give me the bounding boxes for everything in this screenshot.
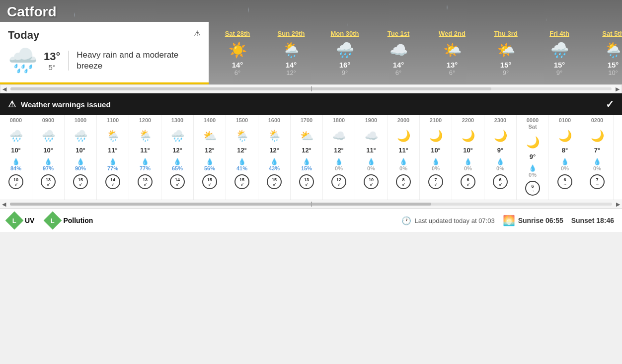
today-label: Today	[8, 29, 39, 42]
hour-rain: 💧 0%	[367, 158, 375, 171]
hour-icon: 🌙	[526, 135, 540, 150]
hour-temp: 9°	[497, 146, 503, 154]
hour-wind: 15 ↙	[267, 174, 282, 189]
hour-column: 0200 🌙 7° 💧 0% 7 →	[581, 115, 614, 200]
hour-rain-pct: 41%	[236, 165, 247, 171]
hour-column: 1000 🌧️ 10° 💧 90% 15 ↙	[65, 115, 97, 200]
hour-rain: 💧 0%	[464, 158, 472, 171]
hour-rain-pct: 56%	[204, 165, 215, 171]
hour-column: 0100 🌙 8° 💧 0% 6 →	[549, 115, 581, 200]
hour-time: 1400	[204, 115, 216, 127]
warning-banner[interactable]: ⚠ Weather warnings issued ✓	[0, 93, 622, 115]
hour-icon: 🌧️	[9, 129, 23, 144]
hour-rain: 💧 0%	[496, 158, 504, 171]
hour-column: 1800 ☁️ 12° 💧 0% 12 ↙	[323, 115, 355, 200]
hour-time: 1200	[139, 115, 151, 127]
hour-wind: 7 →	[590, 174, 605, 189]
hour-rain-pct: 97%	[43, 165, 54, 171]
hourly-scroll-left-icon[interactable]: ◀	[2, 201, 6, 208]
hour-temp: 12°	[302, 146, 311, 154]
hour-wind: 14 ↙	[170, 174, 185, 189]
hour-icon: ☁️	[332, 129, 346, 144]
hour-wind: 6 ↙	[493, 174, 508, 189]
hour-icon: ☁️	[365, 129, 378, 144]
hour-column: 1100 🌦️ 11° 💧 77% 14 ↙	[97, 115, 129, 200]
hour-icon: 🌧️	[171, 129, 184, 144]
scroll-right-icon[interactable]: ▶	[616, 86, 620, 92]
hour-rain: 💧 15%	[301, 158, 312, 171]
hour-time: 1700	[301, 115, 312, 127]
hour-rain: 💧 0%	[529, 164, 537, 178]
hour-icon: ⛅	[203, 129, 217, 144]
hour-icon: 🌧️	[42, 129, 55, 144]
hourly-section: 0800 🌧️ 10° 💧 84% 10 ↙ 0900 🌧️ 10° 💧 97%…	[0, 115, 622, 200]
hour-wind: 6 →	[557, 174, 572, 189]
hour-time: 0100	[559, 115, 571, 127]
hour-icon: 🌦️	[139, 129, 152, 144]
hour-rain-pct: 77%	[107, 165, 118, 171]
hour-rain-pct: 90%	[75, 165, 86, 171]
hour-rain-pct: 0%	[561, 165, 569, 171]
hour-rain: 💧 65%	[172, 158, 183, 171]
hour-temp: 8°	[562, 146, 568, 154]
hour-column: 1700 ⛅ 12° 💧 15% 13 ↙	[291, 115, 323, 200]
hour-rain: 💧 43%	[269, 158, 280, 171]
hour-rain-pct: 43%	[269, 165, 280, 171]
hour-icon: 🌦️	[235, 129, 249, 144]
pollution-label: Pollution	[63, 217, 93, 224]
hour-rain-pct: 0%	[367, 165, 375, 171]
hour-time: 0800	[10, 115, 22, 127]
hour-time: 0900	[42, 115, 54, 127]
hour-icon: ⛅	[300, 129, 313, 144]
footer-right: 🕐 Last updated today at 07:03 🌅 Sunrise …	[401, 215, 614, 226]
hour-rain-pct: 0%	[464, 165, 472, 171]
hour-rain-pct: 0%	[529, 172, 537, 178]
hour-time: 1600	[268, 115, 280, 127]
hour-icon: 🌦️	[268, 129, 281, 144]
hour-temp: 10°	[431, 146, 441, 154]
hour-column: 1500 🌦️ 12° 💧 41% 15 ↙	[226, 115, 258, 200]
hour-rain-pct: 0%	[335, 165, 343, 171]
hour-column: 0900 🌧️ 10° 💧 97% 13 ↙	[32, 115, 65, 200]
hour-column: 2200 🌙 10° 💧 0% 6 ↙	[452, 115, 484, 200]
hour-column: 0000 Sat 🌙 9° 💧 0% 6 →	[517, 115, 549, 200]
warning-banner-text: Weather warnings issued	[21, 100, 111, 109]
hour-wind: 12 ↙	[331, 174, 346, 189]
hour-rain: 💧 0%	[561, 158, 569, 171]
chevron-down-icon: ✓	[606, 98, 614, 110]
warning-triangle-icon: ⚠	[194, 29, 201, 38]
hour-wind: 8 ↙	[396, 174, 411, 189]
hour-time: 1800	[333, 115, 345, 127]
hour-rain: 💧 77%	[140, 158, 151, 171]
hour-rain-pct: 77%	[140, 165, 151, 171]
hour-temp: 12°	[205, 146, 215, 154]
hourly-scroll-right-icon[interactable]: ▶	[616, 201, 620, 208]
hour-rain: 💧 90%	[75, 158, 86, 171]
hour-wind: 15 ↙	[202, 174, 217, 189]
hour-temp: 11°	[140, 146, 150, 154]
hour-temp: 11°	[366, 146, 376, 154]
hour-icon: 🌙	[494, 129, 507, 144]
hour-wind: 10 ↙	[8, 174, 23, 189]
scroll-left-icon[interactable]: ◀	[2, 86, 6, 92]
hour-temp: 12°	[172, 146, 182, 154]
hour-column: 2300 🌙 9° 💧 0% 6 ↙	[484, 115, 517, 200]
hour-rain-pct: 0%	[432, 165, 440, 171]
hour-rain: 💧 97%	[43, 158, 54, 171]
sunrise-sunset: 🌅 Sunrise 06:55 Sunset 18:46	[503, 215, 614, 226]
hour-time: 1900	[365, 115, 377, 127]
hour-column: 1300 🌧️ 12° 💧 65% 14 ↙	[161, 115, 194, 200]
hour-column: 1900 ☁️ 11° 💧 0% 10 ↙	[355, 115, 388, 200]
hour-time: 2300	[494, 115, 506, 127]
hour-wind: 15 ↙	[234, 174, 249, 189]
hour-icon: 🌙	[429, 129, 443, 144]
hour-wind: 14 ↙	[105, 174, 120, 189]
hour-icon: 🌦️	[106, 129, 120, 144]
hour-wind: 10 ↙	[364, 174, 379, 189]
hour-time: 2200	[462, 115, 474, 127]
today-high-temp: 13°	[44, 50, 60, 63]
hour-rain: 💧 84%	[10, 158, 21, 171]
hour-wind: 13 ↙	[299, 174, 314, 189]
hour-rain: 💧 0%	[432, 158, 440, 171]
hour-rain-pct: 0%	[496, 165, 504, 171]
